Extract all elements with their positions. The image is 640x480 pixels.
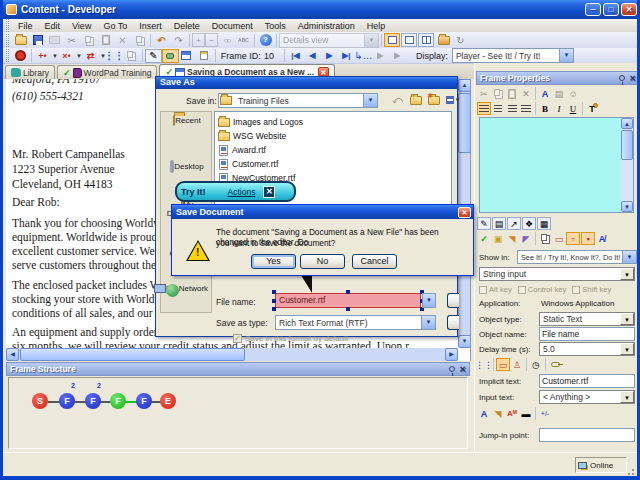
save-as-type-combobox[interactable]: Rich Text Format (RTF) ▼ bbox=[275, 315, 436, 330]
file-row[interactable]: Images and Logos bbox=[217, 115, 449, 129]
cut-icon[interactable]: ✂ bbox=[63, 33, 80, 47]
minimize-button[interactable]: ─ bbox=[585, 3, 601, 16]
menu-view[interactable]: View bbox=[66, 21, 97, 31]
scroll-down-icon[interactable]: ▼ bbox=[458, 335, 471, 348]
no-button[interactable]: No bbox=[300, 254, 345, 269]
spellcheck-icon[interactable]: ABC bbox=[235, 33, 252, 47]
split-vertical-view-button[interactable] bbox=[418, 33, 434, 47]
horizontal-scroll-thumb[interactable] bbox=[20, 348, 245, 361]
action-user-icon[interactable]: ♙ bbox=[510, 358, 524, 371]
control-key-checkbox[interactable]: Control key bbox=[518, 285, 566, 294]
back-icon[interactable]: ⤺ bbox=[389, 93, 406, 107]
paste-icon[interactable] bbox=[505, 87, 519, 100]
scroll-up-icon[interactable]: ▲ bbox=[621, 118, 633, 129]
align-justify-icon[interactable] bbox=[519, 102, 533, 115]
delete-icon[interactable]: ✕ bbox=[114, 33, 131, 47]
menu-document[interactable]: Document bbox=[206, 21, 259, 31]
file-name-dropdown-icon[interactable]: ▼ bbox=[422, 293, 436, 308]
new-folder-icon[interactable]: ✱ bbox=[425, 93, 442, 107]
action-move-icon[interactable]: ⋮⋮ bbox=[477, 358, 491, 371]
chevron-down-icon[interactable]: ▼ bbox=[421, 316, 435, 329]
actions-link[interactable]: Actions bbox=[228, 187, 256, 197]
redo-icon[interactable]: ↷ bbox=[170, 33, 187, 47]
underline-icon[interactable]: U bbox=[566, 102, 580, 115]
delete-frame-icon[interactable]: ×• bbox=[58, 49, 75, 63]
cancel-button-clipped[interactable] bbox=[447, 315, 459, 330]
file-row[interactable]: Customer.rtf bbox=[217, 157, 449, 171]
place-recent[interactable]: Recent bbox=[162, 116, 212, 125]
save-document-titlebar[interactable]: Save Document ✕ bbox=[172, 205, 473, 219]
scroll-right-icon[interactable]: ▶ bbox=[445, 348, 458, 361]
character-map-icon[interactable]: ☺ bbox=[566, 87, 580, 100]
close-dialog-icon[interactable]: ✕ bbox=[458, 207, 471, 218]
save-icon[interactable] bbox=[29, 33, 46, 47]
fill-icon[interactable]: ◥ bbox=[491, 407, 505, 420]
replace-frame-icon[interactable]: ⇄ bbox=[82, 49, 99, 63]
chevron-down-icon[interactable]: ▼ bbox=[559, 49, 573, 62]
scroll-down-icon[interactable]: ▼ bbox=[621, 201, 633, 212]
pin-icon[interactable] bbox=[619, 75, 625, 81]
cut-icon[interactable]: ✂ bbox=[477, 87, 491, 100]
plus-minus-icon[interactable]: +/- bbox=[538, 407, 552, 420]
previous-frame-icon[interactable]: ◀ bbox=[304, 49, 321, 63]
selection-handle[interactable] bbox=[272, 290, 276, 294]
close-panel-icon[interactable]: ✕ bbox=[629, 74, 636, 83]
maximize-button[interactable]: □ bbox=[603, 3, 619, 16]
italic-icon[interactable]: I bbox=[552, 102, 566, 115]
try-it-bubble-bar[interactable]: Try It! Actions ✕ bbox=[175, 181, 296, 202]
alt-key-checkbox[interactable]: Alt key bbox=[479, 285, 512, 294]
bubble-template-icon[interactable]: ▦ bbox=[537, 217, 551, 230]
font-icon[interactable]: A bbox=[477, 407, 491, 420]
insert-frame-icon[interactable]: +• bbox=[34, 49, 51, 63]
file-name-input[interactable]: Customer.rtf bbox=[275, 293, 421, 308]
tab-library[interactable]: Library bbox=[5, 65, 55, 79]
merge-frames-icon[interactable] bbox=[123, 49, 140, 63]
object-name-input[interactable]: File name bbox=[539, 327, 635, 341]
paint-icon[interactable]: ◤ bbox=[519, 232, 533, 245]
save-in-combobox[interactable]: Training Files ▼ bbox=[218, 93, 378, 108]
print-icon[interactable] bbox=[46, 33, 63, 47]
current-frame-node[interactable]: F bbox=[110, 393, 126, 409]
chevron-down-icon[interactable]: ▼ bbox=[620, 391, 634, 403]
show-bubbles-icon[interactable] bbox=[162, 49, 179, 63]
play-all-icon[interactable]: ▶ bbox=[389, 49, 406, 63]
align-center-icon[interactable] bbox=[491, 102, 505, 115]
first-frame-icon[interactable]: |◀ bbox=[287, 49, 304, 63]
zoom-in-icon[interactable]: + bbox=[192, 33, 205, 47]
frame-note-icon[interactable]: ▣ bbox=[491, 232, 505, 245]
next-frame-icon[interactable]: ▶ bbox=[321, 49, 338, 63]
superscript-icon[interactable]: Aᴹ bbox=[505, 407, 519, 420]
implicit-text-input[interactable]: Customer.rtf bbox=[539, 374, 635, 388]
jump-in-point-input[interactable] bbox=[539, 428, 635, 442]
up-one-level-icon[interactable]: ↑ bbox=[407, 93, 424, 107]
save-button-clipped[interactable] bbox=[447, 293, 459, 308]
chevron-down-icon[interactable]: ▼ bbox=[620, 343, 634, 355]
menu-tools[interactable]: Tools bbox=[259, 21, 292, 31]
refresh-icon[interactable]: ↻ bbox=[452, 33, 469, 47]
menu-goto[interactable]: Go To bbox=[97, 21, 133, 31]
zoom-out-icon[interactable]: − bbox=[205, 33, 218, 47]
chevron-down-icon[interactable]: ▼ bbox=[620, 268, 634, 280]
save-as-titlebar[interactable]: Save As bbox=[156, 77, 457, 89]
pin-object-icon[interactable]: ▫ bbox=[566, 232, 580, 245]
font-color-icon[interactable]: A bbox=[538, 87, 552, 100]
show-in-combobox[interactable]: See It! / Try It!, Know It?, Do It! ▼ bbox=[517, 250, 637, 264]
file-row[interactable]: Award.rtf bbox=[217, 143, 449, 157]
chevron-down-icon[interactable]: ▼ bbox=[364, 34, 378, 47]
resize-grip[interactable] bbox=[627, 466, 636, 475]
record-icon[interactable] bbox=[12, 49, 29, 63]
frame-node[interactable]: F bbox=[136, 393, 152, 409]
menu-delete[interactable]: Delete bbox=[168, 21, 206, 31]
bubble-text-editor[interactable]: ▲ ▼ bbox=[479, 117, 634, 213]
menu-insert[interactable]: Insert bbox=[133, 21, 168, 31]
pin-all-icon[interactable]: ▪ bbox=[581, 232, 595, 245]
pin-icon[interactable] bbox=[449, 366, 455, 372]
chevron-down-icon[interactable]: ▼ bbox=[620, 313, 634, 325]
align-left-icon[interactable] bbox=[477, 102, 491, 115]
bold-icon[interactable]: B bbox=[538, 102, 552, 115]
scroll-thumb[interactable] bbox=[621, 130, 633, 160]
delay-time-combobox[interactable]: 5.0 ▼ bbox=[539, 342, 635, 356]
menu-administration[interactable]: Administration bbox=[292, 21, 361, 31]
bubble-style-icon[interactable]: ❖ bbox=[522, 217, 536, 230]
frame-node[interactable]: F bbox=[59, 393, 75, 409]
